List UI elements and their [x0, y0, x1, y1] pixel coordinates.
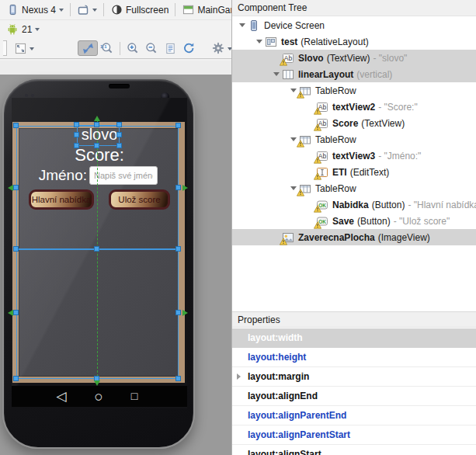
- node-id: Save: [332, 216, 354, 227]
- chevron-down-icon: [92, 9, 97, 12]
- selection-handle[interactable]: [74, 132, 79, 137]
- activity-icon: [182, 4, 194, 16]
- property-layout-width[interactable]: layout:width: [232, 328, 476, 348]
- zoom-actual-size-button[interactable]: 1:1: [98, 41, 116, 55]
- zoom-to-fit-button[interactable]: [11, 41, 37, 55]
- property-layout-alignParentStart[interactable]: layout:alignParentStart: [232, 425, 476, 445]
- textview-icon: Ab: [316, 117, 328, 130]
- zoom-out-icon: [145, 42, 158, 54]
- node-label: Device Screen: [264, 20, 325, 31]
- node-id: test: [281, 36, 297, 47]
- theme-icon: [110, 4, 123, 16]
- device-selector[interactable]: Nexus 4: [3, 3, 67, 17]
- document-icon: [164, 42, 176, 54]
- chevron-down-icon: [35, 28, 40, 31]
- selection-handle[interactable]: [116, 122, 122, 127]
- tree-node-linearlayout[interactable]: linearLayout(vertical): [232, 66, 476, 82]
- node-type: (TextView): [327, 53, 370, 64]
- property-layout-height[interactable]: layout:height: [232, 348, 476, 367]
- selection-handle[interactable]: [175, 376, 181, 381]
- device-screen[interactable]: slovo Score: Jméno: Hlavní nabídka Ulož …: [12, 98, 187, 408]
- tree-node-textview2[interactable]: AbtextView2- "Score:": [232, 99, 476, 115]
- selection-handle[interactable]: [94, 246, 99, 252]
- property-layout-alignStart[interactable]: layout:alignStart: [232, 445, 476, 455]
- node-label: TableRow: [315, 183, 356, 194]
- tree-node-tablerow3[interactable]: TableRow: [232, 180, 476, 196]
- selection-handle[interactable]: [175, 246, 181, 252]
- textview-icon: Ab: [282, 52, 294, 64]
- node-id: ZaverecnaPlocha: [298, 232, 375, 243]
- selection-handle[interactable]: [116, 132, 122, 137]
- refresh-icon: [182, 42, 195, 54]
- node-type: (RelativeLayout): [301, 36, 368, 47]
- textview-icon: Ab: [316, 150, 328, 162]
- pan-arrows-icon: [82, 42, 94, 54]
- tree-node-eti[interactable]: ETI(EditText): [232, 164, 476, 180]
- android-robot-icon: [6, 23, 19, 36]
- property-layout-alignParentEnd[interactable]: layout:alignParentEnd: [232, 406, 476, 425]
- property-layout-margin[interactable]: layout:margin: [232, 367, 476, 387]
- warning-icon: [297, 189, 304, 196]
- button-icon: OK: [316, 215, 328, 228]
- selection-handle[interactable]: [13, 185, 19, 190]
- back-icon[interactable]: ◁: [50, 386, 72, 407]
- design-canvas[interactable]: slovo Score: Jméno: Hlavní nabídka Ulož …: [0, 61, 231, 455]
- node-id: ETI: [332, 167, 347, 178]
- tree-node-slovo[interactable]: AbSlovo(TextView)- "slovo": [232, 50, 476, 66]
- property-layout-alignEnd[interactable]: layout:alignEnd: [232, 387, 476, 406]
- theme-selector[interactable]: Fullscreen: [107, 3, 172, 17]
- sensor-dot: [31, 94, 34, 97]
- theme-selector-label: Fullscreen: [126, 5, 169, 16]
- selection-handle[interactable]: [74, 122, 79, 127]
- device-preview: slovo Score: Jméno: Hlavní nabídka Ulož …: [2, 78, 195, 449]
- warning-icon: [314, 221, 321, 229]
- tree-node-device-screen[interactable]: Device Screen: [232, 17, 476, 33]
- selection-handle[interactable]: [13, 123, 19, 128]
- tree-node-test[interactable]: test(RelativeLayout): [232, 33, 476, 50]
- button-icon: OK: [316, 199, 328, 211]
- textview-icon: Ab: [316, 101, 328, 113]
- node-value: - "Score:": [378, 102, 418, 113]
- zoom-in-button[interactable]: [123, 41, 142, 55]
- device-phone-icon: [6, 4, 19, 16]
- expand-arrow-icon[interactable]: [237, 373, 241, 380]
- selection-handle[interactable]: [94, 122, 99, 127]
- api-level-selector[interactable]: 21: [3, 23, 43, 36]
- pan-zoom-toggle-button[interactable]: [78, 40, 98, 56]
- selection-handle[interactable]: [13, 376, 19, 381]
- node-type: (EditText): [350, 167, 390, 178]
- selection-handle[interactable]: [94, 143, 99, 148]
- warning-icon: [280, 58, 287, 66]
- selection-handle[interactable]: [13, 310, 19, 315]
- tree-node-zaverecnaplocha[interactable]: ZaverecnaPlocha(ImageView): [232, 229, 476, 245]
- selection-handle[interactable]: [175, 310, 181, 315]
- orientation-selector[interactable]: [74, 3, 100, 17]
- recents-icon[interactable]: □: [123, 386, 145, 407]
- device-selector-label: Nexus 4: [22, 5, 56, 16]
- constraint-arrow-icon: [8, 310, 13, 316]
- expander-icon[interactable]: [254, 40, 265, 43]
- home-icon[interactable]: ○: [88, 386, 109, 407]
- tree-node-save[interactable]: OKSave(Button)- "Ulož score": [232, 213, 476, 229]
- tree-node-tablerow2[interactable]: TableRow: [232, 131, 476, 148]
- tree-node-score[interactable]: AbScore(TextView): [232, 115, 476, 131]
- selection-handle[interactable]: [175, 123, 181, 128]
- selection-handle[interactable]: [13, 246, 19, 252]
- clipped-toolbar-button[interactable]: [3, 40, 7, 56]
- tree-node-textview3[interactable]: AbtextView3- "Jméno:": [232, 148, 476, 164]
- preview-xml-button[interactable]: [161, 41, 179, 55]
- expander-icon[interactable]: [237, 23, 248, 27]
- constraint-arrow-icon: [182, 310, 188, 316]
- refresh-button[interactable]: [179, 41, 198, 55]
- zoom-out-button[interactable]: [142, 41, 161, 55]
- expander-icon[interactable]: [271, 72, 282, 76]
- selection-handle[interactable]: [116, 143, 122, 148]
- selection-handle[interactable]: [74, 143, 79, 148]
- tree-node-nabidka[interactable]: OKNabidka(Button)- "Hlavní nabídka": [232, 196, 476, 213]
- warning-icon: [314, 156, 321, 164]
- tree-node-tablerow1[interactable]: TableRow: [232, 82, 476, 99]
- node-type: (Button): [357, 216, 391, 227]
- relative-layout-icon: [265, 36, 277, 48]
- selection-handle[interactable]: [175, 185, 181, 190]
- toolbar-row-configuration: Nexus 4 Fullscreen MainGame: [0, 0, 231, 20]
